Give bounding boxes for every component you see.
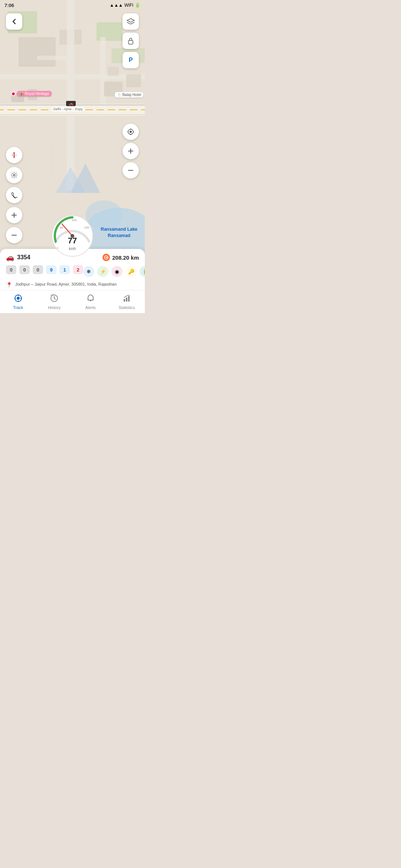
nav-statistics-label: Statistics: [118, 305, 135, 310]
signal-icon: ▲▲▲: [110, 3, 123, 8]
counter-4: 9: [46, 265, 56, 274]
parking-button[interactable]: P: [123, 52, 139, 68]
counter-1: 0: [6, 265, 16, 274]
zoom-in-left-button[interactable]: [6, 207, 22, 223]
svg-rect-4: [19, 37, 56, 67]
svg-rect-67: [128, 296, 130, 302]
svg-rect-21: [126, 74, 141, 87]
poi-balaji-hotel[interactable]: 🍴 Balaji Hotel: [115, 92, 143, 98]
svg-rect-65: [124, 299, 125, 302]
status-time: 7:06: [4, 3, 14, 8]
distance-value: 208.20 km: [112, 254, 139, 261]
svg-rect-29: [128, 40, 133, 44]
nav-track-label: Track: [13, 305, 23, 310]
nav-alerts[interactable]: Alerts: [72, 290, 109, 313]
distance-icon: [102, 254, 110, 261]
counters-row: 0 0 0 9 1 2: [6, 265, 83, 274]
vehicle-info: 🚗 3354: [6, 253, 30, 262]
road-label: Delhi - Ajme... Expy: [52, 107, 84, 111]
svg-text:0: 0: [55, 241, 56, 244]
alerts-icon: [86, 294, 95, 304]
zoom-in-button[interactable]: [123, 143, 139, 159]
svg-rect-12: [0, 74, 67, 79]
statistics-icon: [122, 294, 131, 304]
nav-alerts-label: Alerts: [85, 305, 96, 310]
nav-statistics[interactable]: Statistics: [109, 290, 145, 313]
address-row: 📍 Jodhpur – Jaipur Road, Ajmer, 305801, …: [6, 282, 139, 288]
vehicle-car-icon: 🚗: [6, 253, 14, 262]
nav-track[interactable]: Track: [0, 290, 36, 313]
lock-button[interactable]: [123, 33, 139, 49]
svg-text:100: 100: [72, 218, 77, 222]
counter-6: 2: [73, 265, 83, 274]
status-bar: 7:06 ▲▲▲ WiFi 🔋: [0, 0, 145, 10]
status-icons-row: ❄ ⚡ ◉ 🔑 🔋: [83, 266, 145, 277]
back-button[interactable]: [6, 13, 22, 30]
ac-status-icon: ❄: [83, 266, 94, 277]
key-status-icon: 🔑: [125, 266, 137, 277]
svg-text:50: 50: [60, 226, 63, 229]
nav-history-label: History: [48, 305, 61, 310]
counter-5: 1: [59, 265, 70, 274]
status-icons: ▲▲▲ WiFi 🔋: [110, 3, 140, 8]
power-status-icon: ◉: [111, 266, 123, 277]
svg-text:0: 0: [57, 246, 59, 250]
nav-history[interactable]: History: [36, 290, 73, 313]
svg-rect-10: [67, 0, 74, 104]
counter-2: 0: [19, 265, 30, 274]
lake-label: Ransamand LakeRansamad: [101, 226, 137, 239]
right-controls: [123, 124, 139, 178]
bottom-navigation: Track History Alerts: [0, 290, 145, 313]
battery-icon: 🔋: [135, 3, 140, 8]
svg-rect-8: [0, 114, 145, 115]
poi-royal-heritage[interactable]: 🏨 Royal Heritage: [11, 91, 52, 96]
car-marker: 🚗: [66, 101, 76, 106]
zoom-out-left-button[interactable]: [6, 227, 22, 243]
location-icon: 📍: [6, 282, 12, 288]
speedometer: 0 50 100 150 0 77 kmh: [50, 214, 95, 258]
track-icon: [14, 294, 23, 304]
left-controls: [6, 147, 22, 243]
svg-point-58: [17, 297, 20, 300]
layers-button[interactable]: [123, 13, 139, 30]
svg-point-41: [13, 174, 15, 176]
wifi-icon: WiFi: [124, 3, 133, 8]
route-button[interactable]: [6, 147, 22, 163]
phone-button[interactable]: [6, 187, 22, 203]
address-text: Jodhpur – Jaipur Road, Ajmer, 305801, In…: [15, 282, 117, 287]
locate-button[interactable]: [123, 124, 139, 140]
svg-rect-22: [108, 67, 119, 76]
vehicle-id: 3354: [17, 254, 30, 261]
svg-rect-66: [126, 297, 127, 302]
counter-3: 0: [33, 265, 43, 274]
settings-button[interactable]: [6, 167, 22, 183]
svg-point-31: [130, 131, 132, 133]
zoom-out-button[interactable]: [123, 162, 139, 178]
svg-text:150: 150: [84, 226, 89, 229]
battery-status-icon: 🔋: [140, 266, 145, 277]
svg-rect-15: [37, 56, 67, 60]
speed-display: 77 kmh: [68, 237, 77, 251]
top-right-controls: P: [123, 13, 139, 68]
history-icon: [50, 294, 59, 304]
distance-info: 208.20 km: [102, 254, 139, 261]
lightning-status-icon: ⚡: [97, 266, 108, 277]
